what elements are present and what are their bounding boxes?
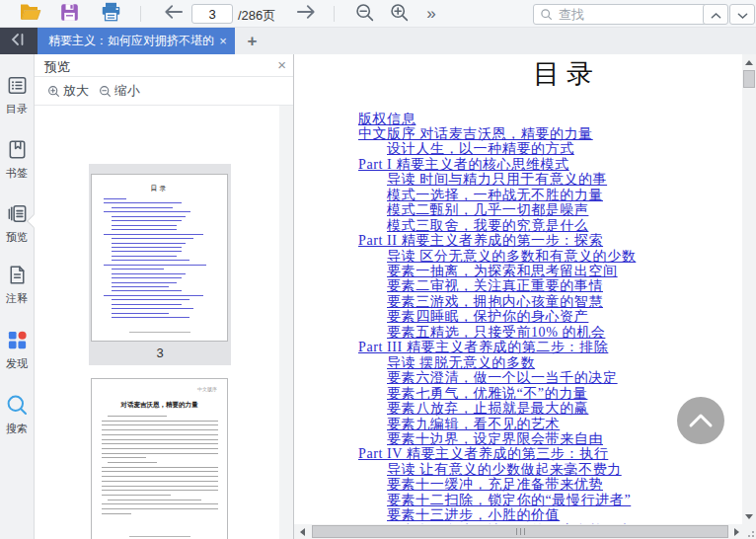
mini-toc-line	[112, 256, 177, 257]
save-button[interactable]	[55, 2, 83, 26]
new-tab-button[interactable]: +	[242, 31, 263, 51]
zoom-in-button[interactable]	[385, 2, 413, 26]
find-input[interactable]	[557, 6, 704, 23]
toc-link[interactable]: Part II 精要主义者养成的第一步：探索	[358, 233, 603, 248]
toc-link[interactable]: 要素五精选，只接受前10% 的机会	[387, 325, 605, 340]
mini-toc-line	[112, 308, 193, 309]
toc-link[interactable]: 要素四睡眠，保护你的身心资产	[387, 309, 588, 324]
window-resize-grip[interactable]	[742, 524, 756, 539]
main-scroll-left-button[interactable]	[295, 524, 309, 539]
toc-link[interactable]: 要素十二扫除，锁定你的“最慢行进者”	[387, 493, 631, 507]
toolbar-separator	[334, 6, 335, 22]
tab-document[interactable]: 精要主义：如何应对拥挤不堪的工 ×	[38, 28, 235, 54]
toc-link[interactable]: 导读 摆脱无意义的多数	[387, 355, 535, 370]
page-thumbnail-3[interactable]: 目录	[91, 174, 228, 342]
toc-link[interactable]: 模式三取舍，我要的究竟是什么	[387, 218, 588, 233]
sidebar-item-label: 注释	[0, 291, 34, 306]
toc-entry: 要素三游戏，拥抱内心孩童的智慧	[387, 294, 603, 309]
back-to-top-button[interactable]	[677, 397, 724, 444]
page-number-input[interactable]	[191, 4, 233, 24]
toc-entry: 版权信息	[358, 112, 416, 126]
next-page-button[interactable]	[292, 2, 320, 26]
find-previous-button[interactable]	[703, 4, 728, 25]
toc-link[interactable]: 要素七勇气，优雅说“不”的力量	[387, 386, 587, 401]
preview-scrollbar[interactable]	[279, 106, 293, 539]
toc-link[interactable]: Part I 精要主义者的核心思维模式	[358, 157, 569, 172]
arrow-left-icon	[163, 3, 185, 25]
toc-link[interactable]: 模式一选择，一种战无不胜的力量	[387, 188, 603, 202]
toc-link[interactable]: 要素二审视，关注真正重要的事情	[387, 278, 603, 293]
mini-toc-line	[112, 251, 182, 252]
toc-entry: 模式三取舍，我要的究竟是什么	[387, 218, 588, 233]
thumbnail-zoom-out-button[interactable]: 缩小	[99, 82, 140, 100]
toc-link[interactable]: 要素十一缓冲，充足准备带来优势	[387, 477, 603, 492]
mini-text-line	[108, 462, 157, 463]
sidebar-item-search[interactable]: 搜索	[0, 393, 34, 440]
mini-toc-line	[104, 198, 126, 199]
open-file-button[interactable]	[16, 2, 45, 26]
toc-link[interactable]: 版权信息	[358, 112, 416, 126]
main-scroll-down-button[interactable]	[742, 509, 756, 523]
tab-close-icon[interactable]: ×	[214, 34, 232, 48]
toc-entry: 要素八放弃，止损就是最大的赢	[387, 401, 588, 416]
toc-entry: Part IV 精要主义者养成的第三步：执行	[358, 446, 608, 461]
toc-link[interactable]: 要素十边界，设定界限会带来自由	[387, 431, 603, 446]
toc-link[interactable]: 导读 时间与精力只用于有意义的事	[387, 172, 607, 187]
toc-link[interactable]: 要素八放弃，止损就是最大的赢	[387, 401, 588, 416]
print-button[interactable]	[96, 2, 125, 26]
main-scroll-up-button[interactable]	[742, 55, 756, 69]
toc-link[interactable]: 设计人生，以一种精要的方式	[387, 141, 574, 156]
sidebar-item-discover[interactable]: 发现	[0, 329, 34, 376]
toc-link[interactable]: 要素九编辑，看不见的艺术	[387, 417, 560, 431]
toc-link[interactable]: 要素一抽离，为探索和思考留出空间	[387, 264, 618, 278]
mini-text-line	[102, 443, 218, 444]
thumbnail-item-3[interactable]: 目录3	[89, 164, 231, 365]
mini-text-line	[102, 457, 146, 458]
page-thumbnail-4[interactable]: 中文版序对话麦吉沃恩，精要的力量	[91, 378, 228, 539]
toc-entry: 要素十一缓冲，充足准备带来优势	[387, 477, 603, 492]
thumbnail-zoom-in-button[interactable]: 放大	[47, 82, 89, 100]
toc-link[interactable]: 要素十三进步，小胜的价值	[387, 507, 560, 522]
mini-toc-line	[112, 216, 186, 217]
toc-link[interactable]: 导读 区分无意义的多数和有意义的少数	[387, 249, 636, 264]
sidebar-item-bookmark[interactable]: 书签	[0, 138, 34, 186]
mini-toc-line	[112, 304, 182, 305]
mini-toc-line	[112, 313, 169, 314]
mini-toc-line	[112, 282, 177, 283]
thumbnail-page-number: 3	[89, 346, 231, 360]
toc-link[interactable]: 中文版序 对话麦吉沃恩，精要的力量	[358, 126, 593, 141]
find-next-button[interactable]	[729, 4, 755, 25]
toc-entry: 导读 摆脱无意义的多数	[387, 355, 535, 370]
zoom-out-button[interactable]	[350, 2, 378, 26]
main-vertical-scrollbar[interactable]	[742, 54, 756, 524]
tab-bar: 精要主义：如何应对拥挤不堪的工 × +	[0, 28, 756, 54]
toc-link[interactable]: 要素三游戏，拥抱内心孩童的智慧	[387, 294, 603, 309]
toc-link[interactable]: Part III 精要主义者养成的第二步：排除	[358, 340, 608, 354]
main-vertical-scrollbar-thumb[interactable]	[743, 70, 755, 88]
document-view: 目录 版权信息中文版序 对话麦吉沃恩，精要的力量设计人生，以一种精要的方式Par…	[294, 54, 742, 524]
toc-entry: 要素十二扫除，锁定你的“最慢行进者”	[387, 493, 631, 507]
preview-panel: 预览 × 放大 缩小 目录3中文版序对话麦吉沃恩，精要的力量4	[35, 54, 294, 539]
main-scroll-right-button[interactable]	[729, 524, 743, 539]
sidebar-item-preview[interactable]: 预览	[0, 202, 34, 250]
sidebar-item-toc[interactable]: 目录	[0, 74, 34, 121]
more-tools-button[interactable]: »	[421, 2, 441, 26]
mini-footer-line	[129, 332, 190, 333]
toc-link[interactable]: 模式二甄别，几乎一切都是噪声	[387, 202, 588, 217]
toc-link[interactable]: 要素六澄清，做一个以一当千的决定	[387, 370, 618, 385]
preview-panel-close-icon[interactable]: ×	[277, 56, 286, 73]
main-horizontal-scrollbar-thumb[interactable]	[312, 525, 728, 538]
mini-text-line	[102, 439, 218, 440]
toc-link[interactable]: Part IV 精要主义者养成的第三步：执行	[358, 446, 608, 461]
bookmark-icon	[6, 147, 29, 164]
annotation-icon	[6, 272, 29, 289]
collapse-tabs-button[interactable]	[4, 31, 32, 51]
thumbnail-zoom-in-label: 放大	[63, 82, 89, 100]
previous-page-button[interactable]	[160, 2, 188, 26]
mini-toc-line	[112, 225, 177, 226]
thumbnail-zoom-out-label: 缩小	[114, 82, 140, 100]
sidebar-item-annotation[interactable]: 注释	[0, 264, 34, 311]
toc-entry: 中文版序 对话麦吉沃恩，精要的力量	[358, 126, 593, 141]
toc-link[interactable]: 导读 让有意义的少数做起来毫不费力	[387, 462, 622, 477]
thumbnail-item-4[interactable]: 中文版序对话麦吉沃恩，精要的力量4	[89, 368, 231, 539]
